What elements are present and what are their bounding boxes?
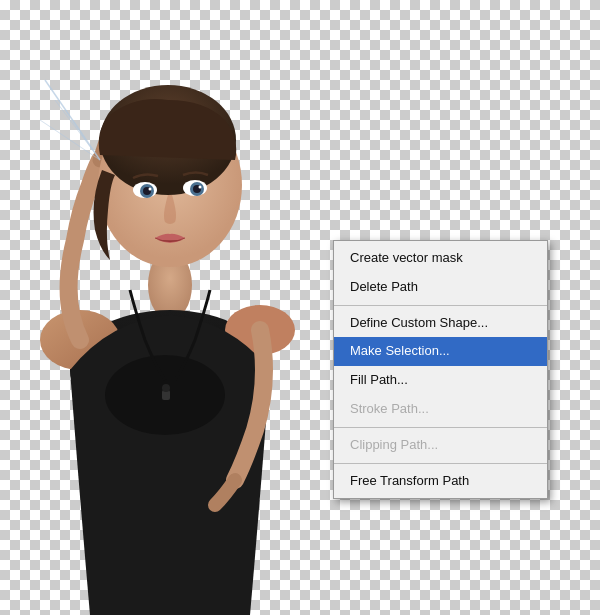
svg-line-6 xyxy=(55,100,100,160)
menu-separator-1 xyxy=(334,305,547,306)
menu-separator-3 xyxy=(334,463,547,464)
menu-item-make-selection[interactable]: Make Selection... xyxy=(334,337,547,366)
svg-line-5 xyxy=(45,80,100,160)
svg-line-7 xyxy=(40,120,100,160)
menu-item-create-vector-mask[interactable]: Create vector mask xyxy=(334,244,547,273)
menu-item-delete-path[interactable]: Delete Path xyxy=(334,273,547,302)
svg-point-19 xyxy=(162,384,170,392)
canvas-area: Create vector mask Delete Path Define Cu… xyxy=(0,0,600,615)
context-menu: Create vector mask Delete Path Define Cu… xyxy=(333,240,548,499)
svg-point-17 xyxy=(199,186,202,189)
menu-item-clipping-path: Clipping Path... xyxy=(334,431,547,460)
svg-point-16 xyxy=(149,188,152,191)
photo-figure xyxy=(0,0,360,615)
menu-separator-2 xyxy=(334,427,547,428)
menu-item-stroke-path: Stroke Path... xyxy=(334,395,547,424)
menu-item-free-transform-path[interactable]: Free Transform Path xyxy=(334,467,547,496)
menu-item-define-custom-shape[interactable]: Define Custom Shape... xyxy=(334,309,547,338)
menu-item-fill-path[interactable]: Fill Path... xyxy=(334,366,547,395)
